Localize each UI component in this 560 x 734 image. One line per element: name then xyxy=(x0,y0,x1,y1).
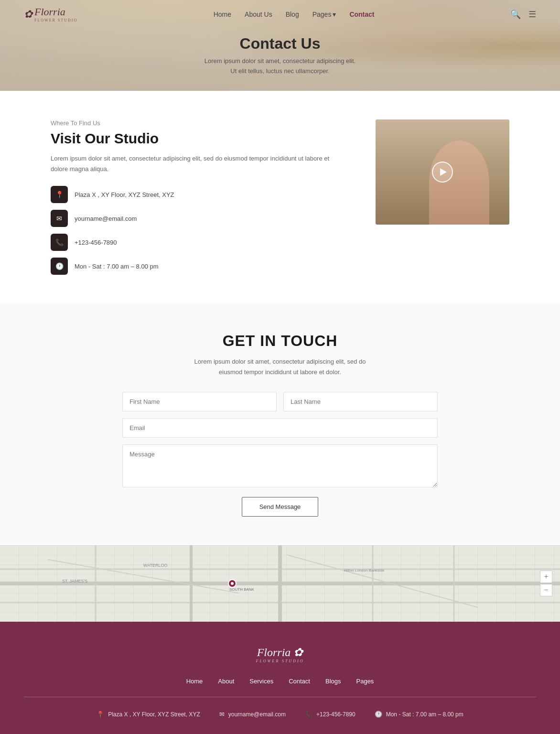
touch-title: GET IN TOUCH xyxy=(24,332,536,350)
phone-icon-box: 📞 xyxy=(51,234,68,251)
hero-subtitle: Lorem ipsum dolor sit amet, consectetur … xyxy=(205,56,355,76)
footer-phone: 📞 +123-456-7890 xyxy=(305,711,355,718)
logo-icon: ✿ xyxy=(24,8,32,21)
footer-contact-row: 📍 Plaza X , XY Floor, XYZ Street, XYZ ✉ … xyxy=(24,711,536,718)
studio-title: Visit Our Studio xyxy=(51,130,347,147)
footer-brand-name: Florria ✿ FLOWER STUDIO xyxy=(24,646,536,663)
logo-name: Florria xyxy=(34,6,65,18)
footer-address: 📍 Plaza X , XY Floor, XYZ Street, XYZ xyxy=(97,711,200,718)
svg-text:SOUTH BANK: SOUTH BANK xyxy=(229,587,255,592)
address-item: 📍 Plaza X , XY Floor, XYZ Street, XYZ xyxy=(51,186,347,203)
hero-content: Contact Us Lorem ipsum dolor sit amet, c… xyxy=(205,35,355,76)
nav-contact[interactable]: Contact xyxy=(349,11,374,18)
clock-icon-box: 🕐 xyxy=(51,258,68,275)
studio-section: Where To Find Us Visit Our Studio Lorem … xyxy=(0,91,560,303)
message-input[interactable] xyxy=(122,444,438,487)
footer-brand-sub: FLOWER STUDIO xyxy=(24,659,536,663)
logo-sub: FLOWER STUDIO xyxy=(34,18,77,22)
contact-form-section: GET IN TOUCH Lorem ipsum dolor sit amet,… xyxy=(0,303,560,545)
phone-icon: 📞 xyxy=(55,238,64,247)
email-row xyxy=(122,418,438,438)
search-icon[interactable]: 🔍 xyxy=(510,9,521,20)
address-text: Plaza X , XY Floor, XYZ Street, XYZ xyxy=(75,191,174,198)
location-icon: 📍 xyxy=(55,191,64,199)
nav-icons: 🔍 ☰ xyxy=(510,9,536,20)
footer-phone-icon: 📞 xyxy=(305,711,312,718)
first-name-input[interactable] xyxy=(122,392,277,411)
phone-text: +123-456-7890 xyxy=(75,239,117,246)
map-controls: + − xyxy=(540,571,552,596)
hero-title: Contact Us xyxy=(205,35,355,53)
touch-description: Lorem ipsum dolor sit amet, consectetur … xyxy=(24,356,536,378)
studio-row: Where To Find Us Visit Our Studio Lorem … xyxy=(51,119,509,275)
svg-text:WATERLOO: WATERLOO xyxy=(143,563,168,568)
nav-home[interactable]: Home xyxy=(214,11,231,18)
studio-left: Where To Find Us Visit Our Studio Lorem … xyxy=(51,119,347,275)
footer-nav-about[interactable]: About xyxy=(218,678,234,685)
footer-nav: Home About Services Contact Blogs Pages xyxy=(24,677,536,697)
map-roads: WATERLOO SOUTH BANK ST. JAMES'S Hilton L… xyxy=(0,545,560,622)
last-name-input[interactable] xyxy=(283,392,438,411)
where-label: Where To Find Us xyxy=(51,119,347,127)
map-zoom-out[interactable]: − xyxy=(540,584,552,596)
video-thumbnail[interactable] xyxy=(376,119,509,225)
menu-icon[interactable]: ☰ xyxy=(528,9,536,20)
footer-logo: Florria ✿ FLOWER STUDIO xyxy=(24,646,536,663)
hours-item: 🕐 Mon - Sat : 7.00 am – 8.00 pm xyxy=(51,258,347,275)
email-input[interactable] xyxy=(122,418,438,438)
footer-email-icon: ✉ xyxy=(219,711,225,718)
email-item: ✉ yourname@email.com xyxy=(51,210,347,227)
map-background: WATERLOO SOUTH BANK ST. JAMES'S Hilton L… xyxy=(0,545,560,622)
play-button[interactable] xyxy=(432,162,453,183)
hero-section: ✿ Florria FLOWER STUDIO Home About Us Bl… xyxy=(0,0,560,91)
footer-hours: 🕐 Mon - Sat : 7.00 am – 8.00 pm xyxy=(375,711,463,718)
logo[interactable]: ✿ Florria FLOWER STUDIO xyxy=(24,6,77,22)
nav-links: Home About Us Blog Pages ▾ Contact xyxy=(214,10,375,19)
footer-clock-icon: 🕐 xyxy=(375,711,382,718)
footer-nav-home[interactable]: Home xyxy=(186,678,203,685)
send-button[interactable]: Send Message xyxy=(242,497,319,517)
contact-items: 📍 Plaza X , XY Floor, XYZ Street, XYZ ✉ … xyxy=(51,186,347,275)
svg-point-11 xyxy=(231,582,234,585)
contact-form: Send Message xyxy=(122,392,438,517)
footer-nav-blogs[interactable]: Blogs xyxy=(325,678,341,685)
footer-nav-pages[interactable]: Pages xyxy=(356,678,374,685)
svg-text:ST. JAMES'S: ST. JAMES'S xyxy=(62,579,87,583)
location-icon-box: 📍 xyxy=(51,186,68,203)
nav-blog[interactable]: Blog xyxy=(286,11,299,18)
footer-email: ✉ yourname@email.com xyxy=(219,711,286,718)
map-section: WATERLOO SOUTH BANK ST. JAMES'S Hilton L… xyxy=(0,545,560,622)
hours-text: Mon - Sat : 7.00 am – 8.00 pm xyxy=(75,263,159,270)
clock-icon: 🕐 xyxy=(55,262,64,270)
footer-nav-services[interactable]: Services xyxy=(249,678,273,685)
svg-line-9 xyxy=(287,555,478,607)
svg-text:Hilton London Bankside: Hilton London Bankside xyxy=(344,568,385,572)
phone-item: 📞 +123-456-7890 xyxy=(51,234,347,251)
navigation: ✿ Florria FLOWER STUDIO Home About Us Bl… xyxy=(0,0,560,28)
footer: Florria ✿ FLOWER STUDIO Home About Servi… xyxy=(0,622,560,734)
studio-description: Lorem ipsum dolor sit amet, consectetur … xyxy=(51,153,347,174)
footer-nav-contact[interactable]: Contact xyxy=(289,678,310,685)
email-icon-box: ✉ xyxy=(51,210,68,227)
chevron-down-icon: ▾ xyxy=(333,11,336,18)
footer-location-icon: 📍 xyxy=(97,711,104,718)
nav-pages[interactable]: Pages ▾ xyxy=(312,11,336,18)
map-zoom-in[interactable]: + xyxy=(540,571,552,583)
email-text: yourname@email.com xyxy=(75,215,137,222)
studio-right xyxy=(376,119,509,225)
nav-about[interactable]: About Us xyxy=(245,11,272,18)
email-icon: ✉ xyxy=(56,215,62,223)
name-row xyxy=(122,392,438,411)
